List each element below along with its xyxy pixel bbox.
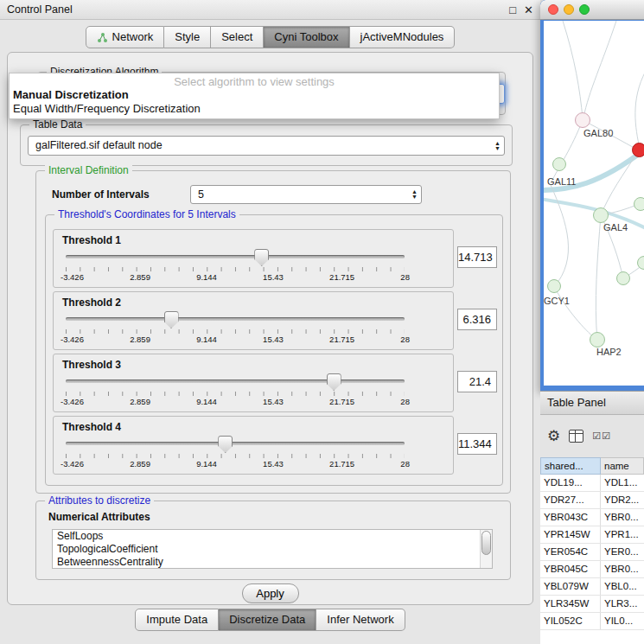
control-panel: Control Panel □ ✕ Network Style Select C… (0, 0, 541, 644)
table-row[interactable]: YER054CYER0... (540, 544, 644, 561)
slider-ticks (66, 329, 405, 334)
tick-label: 21.715 (329, 397, 354, 406)
close-traffic-light[interactable] (548, 4, 558, 15)
combobox-stepper[interactable]: ▲ ▼ (494, 141, 501, 151)
number-of-intervals-label: Number of Intervals (52, 188, 150, 201)
tick-label: 15.43 (263, 459, 284, 469)
threshold-4-value-field[interactable]: 11.344 (457, 433, 497, 455)
float-window-icon[interactable]: □ (509, 3, 516, 16)
column-checkbox-icons[interactable]: ☑☑ (592, 430, 611, 442)
table-data-group: Table Data galFiltered.sif default node … (20, 124, 513, 166)
attribute-item[interactable]: BetweennessCentrality (53, 556, 492, 569)
table-row[interactable]: YIL052CYIL0... (540, 613, 644, 630)
table-row[interactable]: YBR045CYBR0... (540, 561, 644, 578)
scrollbar-thumb[interactable] (481, 531, 491, 555)
table-panel: ⚙ ☑☑ shared... name YDL19...YDL1...YDR27… (540, 416, 644, 644)
table-rows: YDL19...YDL1...YDR27...YDR2...YBR043CYBR… (540, 475, 644, 644)
network-window-titlebar (540, 0, 644, 20)
tab-impute-data[interactable]: Impute Data (135, 609, 219, 631)
apply-button[interactable]: Apply (242, 583, 299, 603)
network-node-gcy1[interactable] (547, 279, 561, 293)
network-node-gal4[interactable] (593, 207, 609, 223)
slider-thumb[interactable] (218, 436, 233, 453)
table-row[interactable]: YBL079WYBL0... (540, 578, 644, 596)
node-label-gal80: GAL80 (583, 128, 613, 138)
network-node-hap2[interactable] (590, 332, 605, 348)
checkbox-icon: ☑ (602, 430, 611, 441)
tick-label: 15.43 (263, 272, 284, 282)
tick-label: 2.859 (130, 397, 150, 406)
slider-thumb[interactable] (164, 311, 179, 328)
attribute-item[interactable]: TopologicalCoefficient (53, 543, 492, 556)
tab-label: Discretize Data (229, 609, 305, 630)
table-panel-titlebar: Table Panel (540, 391, 644, 415)
tab-select[interactable]: Select (211, 26, 264, 48)
node-label-gcy1: GCY1 (544, 296, 570, 306)
tick-label: 9.144 (196, 335, 217, 344)
slider-scale: -3.4262.8599.14415.4321.71528 (61, 397, 410, 406)
threshold-1-slider[interactable] (66, 248, 405, 265)
minimize-traffic-light[interactable] (564, 4, 574, 15)
columns-icon[interactable] (569, 430, 583, 443)
network-node-selected[interactable] (632, 143, 644, 157)
table-cell: YBL0... (601, 578, 644, 595)
table-cell: YBR043C (540, 509, 601, 526)
node-label-hap2: HAP2 (596, 347, 622, 357)
algorithm-dropdown: Select algorithm to view settings Manual… (9, 73, 500, 119)
attribute-item[interactable]: SelfLoops (53, 530, 492, 543)
table-data-combobox[interactable]: galFiltered.sif default node ▲ ▼ (28, 136, 505, 156)
tab-style[interactable]: Style (164, 26, 211, 48)
threshold-4-box: Threshold 4 -3.4262.8599.14415.4321.7152… (53, 416, 454, 475)
bottom-tab-bar: Impute Data Discretize Data Infer Networ… (0, 609, 540, 631)
table-cell: YLR345W (540, 596, 601, 612)
tab-label: Infer Network (327, 609, 393, 630)
threshold-2-slider[interactable] (66, 310, 405, 328)
tick-label: -3.426 (61, 459, 84, 469)
tab-network[interactable]: Network (86, 26, 165, 48)
network-node[interactable] (634, 197, 644, 211)
network-node[interactable] (616, 271, 630, 285)
zoom-traffic-light[interactable] (579, 4, 590, 15)
slider-thumb[interactable] (327, 373, 341, 391)
tab-infer-network[interactable]: Infer Network (316, 609, 405, 631)
threshold-label: Threshold 4 (62, 421, 121, 433)
combobox-value: 5 (191, 186, 421, 204)
slider-scale: -3.4262.8599.14415.4321.71528 (61, 272, 410, 282)
number-of-intervals-combobox[interactable]: 5 ▲ ▼ (190, 185, 422, 204)
slider-thumb[interactable] (254, 249, 269, 266)
tab-jactivemnodules[interactable]: jActiveMNodules (350, 26, 456, 48)
table-row[interactable]: YPR145WYPR1... (540, 526, 644, 544)
slider-scale: -3.4262.8599.14415.4321.71528 (61, 335, 410, 344)
column-header-name[interactable]: name (601, 457, 644, 475)
combobox-stepper[interactable]: ▲ ▼ (411, 189, 418, 200)
tab-cyni-toolbox[interactable]: Cyni Toolbox (264, 26, 349, 48)
dropdown-option-equal-width[interactable]: Equal Width/Frequency Discretization (10, 102, 499, 116)
column-header-shared-name[interactable]: shared... (540, 457, 601, 475)
node-label-gal11: GAL11 (547, 176, 576, 187)
table-row[interactable]: YDR27...YDR2... (540, 492, 644, 509)
network-node-gal11[interactable] (552, 157, 566, 171)
table-row[interactable]: YBR043CYBR0... (540, 509, 644, 526)
attribute-items: SelfLoopsTopologicalCoefficientBetweenne… (53, 530, 492, 569)
gear-icon[interactable]: ⚙ (547, 429, 560, 443)
list-scrollbar[interactable] (480, 530, 492, 568)
close-icon[interactable]: ✕ (524, 3, 533, 16)
slider-ticks (66, 392, 405, 396)
network-canvas[interactable]: GAL80 GAL11 GAL4 GCY1 HAP2 (544, 21, 644, 386)
numerical-attributes-label: Numerical Attributes (48, 511, 150, 523)
slider-ticks (66, 267, 405, 271)
network-node-gal80[interactable] (575, 112, 590, 128)
threshold-2-value-field[interactable]: 6.316 (457, 309, 497, 330)
tick-label: -3.426 (61, 335, 84, 344)
table-cell: YPR145W (540, 526, 601, 543)
numerical-attributes-list[interactable]: SelfLoopsTopologicalCoefficientBetweenne… (52, 529, 493, 569)
threshold-3-slider[interactable] (66, 373, 405, 390)
threshold-3-value-field[interactable]: 21.4 (457, 371, 497, 392)
threshold-4-slider[interactable] (66, 435, 405, 452)
dropdown-option-manual-discretization[interactable]: Manual Discretization (10, 88, 499, 102)
table-row[interactable]: YDL19...YDL1... (540, 475, 644, 492)
tab-discretize-data[interactable]: Discretize Data (219, 609, 316, 631)
table-cell: YER0... (601, 544, 644, 560)
threshold-1-value-field[interactable]: 14.713 (457, 246, 497, 268)
table-row[interactable]: YLR345WYLR3... (540, 596, 644, 613)
